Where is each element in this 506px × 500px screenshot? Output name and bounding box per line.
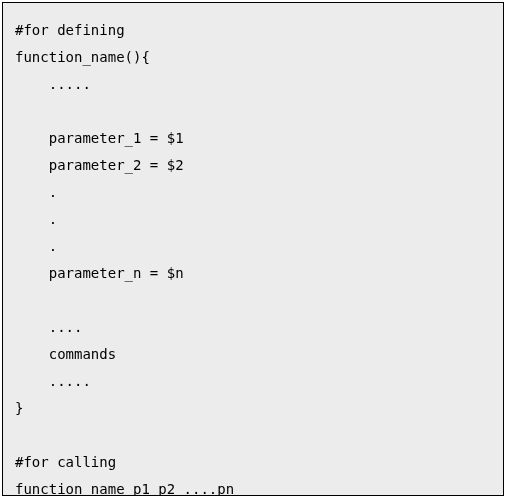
code-content: #for defining function_name(){ ..... par… — [15, 22, 234, 496]
code-block: #for defining function_name(){ ..... par… — [2, 2, 504, 496]
